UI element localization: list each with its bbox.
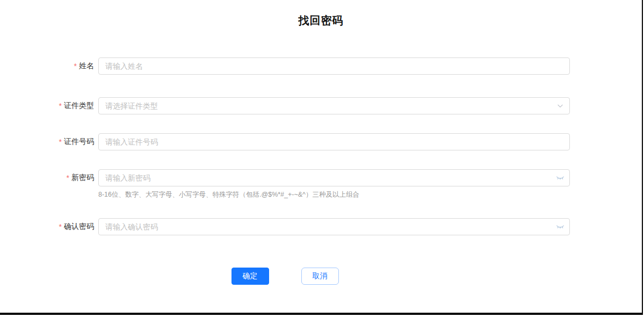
required-asterisk: *: [59, 138, 62, 146]
confirm-password-label-text: 确认密码: [64, 222, 94, 232]
form-actions: 确定 取消: [0, 268, 570, 285]
chevron-down-icon[interactable]: [556, 102, 565, 110]
id-type-field-row: * 证件类型: [0, 97, 570, 114]
required-asterisk: *: [67, 174, 69, 182]
new-password-input[interactable]: [98, 169, 570, 186]
id-type-label: * 证件类型: [0, 97, 98, 114]
eye-closed-icon[interactable]: [556, 222, 565, 231]
password-rules-hint: 8-16位、数字、大写字母、小写字母、特殊字符（包括.@$%*#_+-~&^）三…: [98, 190, 570, 199]
confirm-password-label: * 确认密码: [0, 218, 98, 235]
required-asterisk: *: [74, 62, 77, 70]
page-title: 找回密码: [0, 0, 642, 28]
cancel-button[interactable]: 取消: [301, 268, 339, 285]
required-asterisk: *: [59, 222, 62, 231]
id-type-select[interactable]: [98, 97, 570, 114]
confirm-password-field-row: * 确认密码: [0, 218, 570, 235]
required-asterisk: *: [59, 102, 62, 110]
password-recovery-form: * 姓名 * 证件类型: [0, 57, 570, 285]
confirm-button[interactable]: 确定: [231, 268, 269, 285]
new-password-label: * 新密码: [0, 169, 98, 186]
id-number-label-text: 证件号码: [64, 137, 94, 147]
id-number-input[interactable]: [98, 133, 570, 150]
confirm-password-input[interactable]: [98, 218, 570, 235]
id-type-label-text: 证件类型: [64, 101, 94, 111]
name-label: * 姓名: [0, 57, 98, 75]
name-input[interactable]: [98, 57, 570, 75]
name-label-text: 姓名: [79, 61, 94, 71]
new-password-field-row: * 新密码 8-16位、数字、大写字母、小写字母、特殊字符（包括.: [0, 169, 570, 199]
id-number-label: * 证件号码: [0, 133, 98, 150]
id-number-field-row: * 证件号码: [0, 133, 570, 150]
new-password-label-text: 新密码: [71, 173, 94, 183]
password-recovery-page: 找回密码 * 姓名 * 证件类型: [0, 0, 643, 315]
eye-closed-icon[interactable]: [556, 174, 565, 182]
name-field-row: * 姓名: [0, 57, 570, 75]
